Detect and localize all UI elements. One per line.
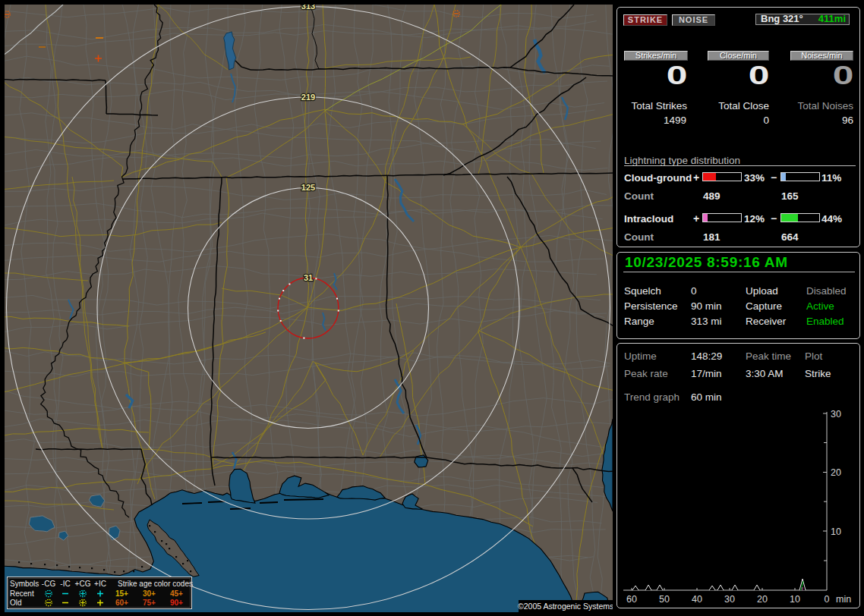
svg-text:40: 40	[692, 594, 702, 605]
svg-text:+CG: +CG	[75, 580, 91, 588]
svg-text:15+: 15+	[115, 589, 128, 598]
svg-text:10: 10	[831, 526, 841, 537]
svg-text:219: 219	[301, 93, 315, 102]
svg-text:-CG: -CG	[42, 580, 56, 588]
svg-text:Recent: Recent	[10, 589, 34, 598]
svg-text:30: 30	[831, 409, 841, 420]
svg-text:+IC: +IC	[94, 580, 106, 588]
svg-text:30+: 30+	[143, 589, 156, 598]
svg-text:Symbols: Symbols	[10, 580, 39, 588]
svg-text:Old: Old	[10, 599, 22, 607]
svg-text:Strike age color codes: Strike age color codes	[118, 580, 193, 588]
svg-text:20: 20	[831, 467, 841, 478]
svg-text:45+: 45+	[170, 589, 183, 598]
svg-text:©2005 Astrogenic Systems: ©2005 Astrogenic Systems	[518, 602, 613, 611]
svg-text:20: 20	[757, 594, 768, 605]
svg-text:10: 10	[790, 594, 800, 605]
svg-text:75+: 75+	[143, 599, 156, 607]
svg-text:31: 31	[304, 273, 313, 282]
svg-text:30: 30	[724, 594, 735, 605]
svg-text:min: min	[836, 594, 851, 605]
svg-text:60+: 60+	[115, 599, 128, 607]
svg-text:50: 50	[659, 594, 670, 605]
svg-text:60: 60	[626, 594, 637, 605]
svg-text:-IC: -IC	[60, 580, 70, 588]
svg-text:313: 313	[301, 5, 315, 11]
svg-text:0: 0	[825, 594, 830, 605]
svg-text:125: 125	[301, 183, 315, 192]
svg-text:90+: 90+	[170, 599, 183, 607]
